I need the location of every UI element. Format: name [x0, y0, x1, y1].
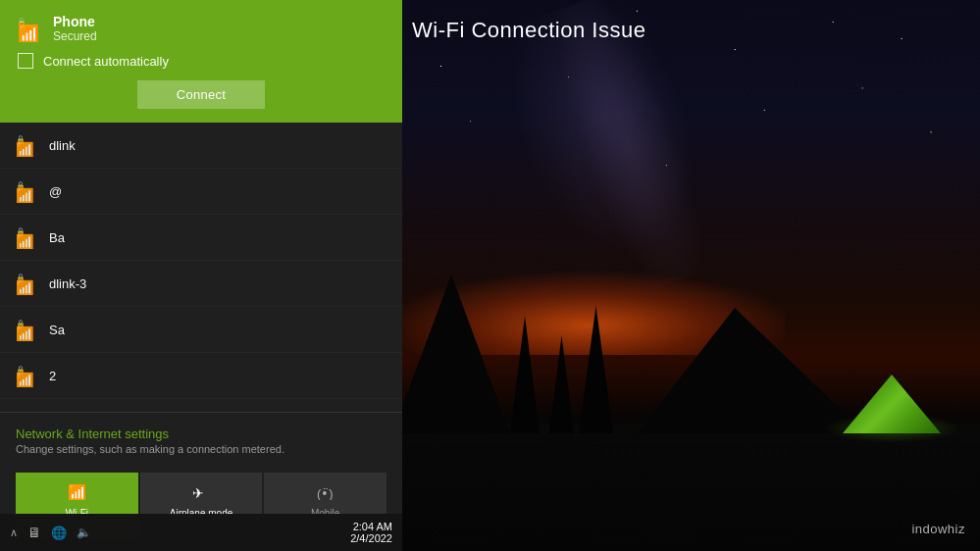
list-item[interactable]: 🔒 📶 2	[0, 353, 402, 399]
list-item[interactable]: 🔒 📶 Ba	[0, 215, 402, 261]
svg-text:📶: 📶	[18, 24, 40, 42]
network-panel: 🔒 📶 Phone Secured Connect automatically …	[0, 0, 402, 551]
svg-text:(•̈): (•̈)	[317, 486, 334, 500]
taskbar-time: 2:04 AM	[353, 521, 392, 532]
network-status: Secured	[53, 29, 97, 43]
tent	[843, 365, 941, 433]
hotspot-tile-icon: (•̈)	[317, 482, 335, 504]
connect-auto-label: Connect automatically	[43, 54, 169, 69]
wifi-tile-icon: 📶	[68, 482, 85, 504]
network-item-name: dlink-3	[49, 276, 86, 291]
list-item[interactable]: 🔒 📶 dlink-3	[0, 261, 402, 307]
settings-description: Change settings, such as making a connec…	[16, 443, 387, 455]
tree-1	[510, 316, 540, 433]
network-list: 🔒 📶 dlink 🔒 📶 @ 🔒 📶 Ba 🔒 📶 dli	[0, 123, 402, 412]
tree-3	[579, 306, 613, 433]
svg-text:📶: 📶	[16, 279, 34, 295]
network-name: Phone	[53, 14, 97, 29]
tree-2	[549, 335, 574, 433]
taskbar-clock: 2:04 AM 2/4/2022	[350, 521, 392, 544]
settings-footer: Network & Internet settings Change setti…	[0, 412, 402, 465]
settings-title-link[interactable]: Network & Internet settings	[16, 426, 387, 441]
taskbar-strip: ∧ 🖥 🌐 🔈 2:04 AM 2/4/2022	[0, 514, 402, 551]
wifi-icon: 🔒 📶	[16, 179, 39, 203]
list-item[interactable]: 🔒 📶 @	[0, 169, 402, 215]
svg-text:📶: 📶	[68, 483, 85, 500]
svg-text:📶: 📶	[16, 141, 34, 157]
connect-auto-row: Connect automatically	[18, 53, 387, 69]
taskbar-globe-icon: 🌐	[51, 526, 67, 540]
wifi-icon: 🔒 📶	[16, 133, 39, 157]
taskbar-date: 2/4/2022	[350, 532, 392, 544]
network-item-name: @	[49, 184, 62, 199]
connect-auto-checkbox[interactable]	[18, 53, 33, 69]
list-item[interactable]: 🔒 📶 Sa	[0, 307, 402, 353]
tent-body	[843, 375, 941, 433]
page-title: Wi-Fi Connection Issue	[412, 18, 645, 43]
watermark: indowhiz	[911, 522, 965, 536]
taskbar-network-icon: 🖥	[27, 525, 41, 540]
wifi-icon: 🔒 📶	[16, 225, 39, 249]
network-item-name: 2	[49, 369, 56, 383]
network-header: 🔒 📶 Phone Secured	[16, 14, 387, 43]
wifi-icon: 🔒 📶	[16, 272, 39, 295]
network-item-name: Ba	[49, 230, 65, 245]
connect-button[interactable]: Connect	[137, 80, 266, 109]
svg-text:📶: 📶	[16, 326, 34, 341]
svg-text:📶: 📶	[16, 372, 34, 387]
wifi-icon: 🔒 📶	[16, 318, 39, 341]
list-item[interactable]: 🔒 📶 dlink	[0, 123, 402, 169]
taskbar-volume-icon: 🔈	[77, 526, 91, 539]
svg-text:📶: 📶	[16, 187, 34, 203]
network-item-name: dlink	[49, 138, 76, 153]
expanded-network-item: 🔒 📶 Phone Secured Connect automatically …	[0, 0, 402, 123]
taskbar-chevron-up[interactable]: ∧	[10, 526, 18, 539]
network-item-name: Sa	[49, 323, 65, 337]
wifi-icon: 🔒 📶	[16, 364, 39, 387]
network-info: Phone Secured	[53, 14, 97, 43]
airplane-tile-icon: ✈	[192, 482, 210, 504]
wifi-lock-icon-large: 🔒 📶	[16, 15, 43, 42]
svg-text:✈: ✈	[192, 485, 204, 500]
svg-text:📶: 📶	[16, 233, 34, 249]
